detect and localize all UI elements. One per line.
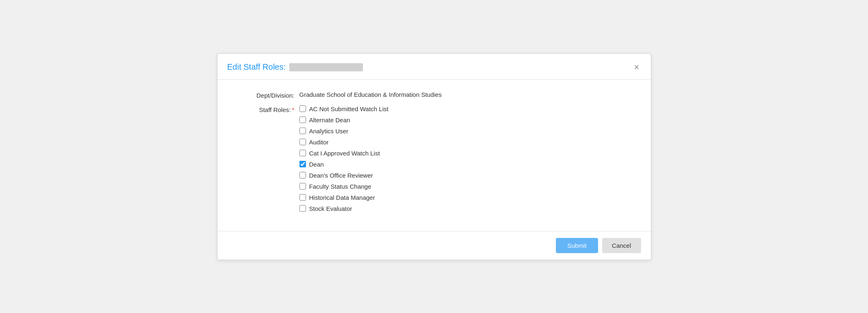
checkbox-ac_not_submitted[interactable] — [299, 105, 306, 112]
checkbox-label-analytics_user: Analytics User — [309, 128, 349, 135]
dialog-title: Edit Staff Roles: — [227, 62, 363, 72]
cancel-button[interactable]: Cancel — [602, 238, 641, 253]
checkbox-label-stock_evaluator: Stock Evaluator — [309, 205, 352, 212]
checkbox-label-alternate_dean: Alternate Dean — [309, 117, 350, 123]
roles-label: Staff Roles:* — [234, 105, 299, 113]
checkbox-label-ac_not_submitted: AC Not Submitted Watch List — [309, 105, 389, 112]
checkbox-auditor[interactable] — [299, 139, 306, 145]
dept-row: Dept/Division: Graduate School of Educat… — [234, 91, 635, 99]
checkbox-alternate_dean[interactable] — [299, 117, 306, 123]
dept-label: Dept/Division: — [234, 91, 299, 99]
close-button[interactable]: × — [632, 61, 641, 73]
checkbox-analytics_user[interactable] — [299, 128, 306, 134]
checkbox-item-historical_data_manager[interactable]: Historical Data Manager — [299, 194, 389, 201]
checkbox-item-auditor[interactable]: Auditor — [299, 139, 389, 146]
checkbox-item-analytics_user[interactable]: Analytics User — [299, 128, 389, 135]
checkbox-label-historical_data_manager: Historical Data Manager — [309, 194, 375, 201]
checkbox-stock_evaluator[interactable] — [299, 205, 306, 212]
checkbox-item-ac_not_submitted[interactable]: AC Not Submitted Watch List — [299, 105, 389, 112]
checkbox-item-dean[interactable]: Dean — [299, 161, 389, 168]
checkbox-label-dean: Dean — [309, 161, 324, 168]
checkbox-faculty_status_change[interactable] — [299, 183, 306, 190]
dialog-title-text: Edit Staff Roles: — [227, 62, 286, 72]
checkbox-label-faculty_status_change: Faculty Status Change — [309, 183, 372, 190]
checkbox-label-deans_office_reviewer: Dean's Office Reviewer — [309, 172, 373, 179]
checkbox-label-auditor: Auditor — [309, 139, 329, 146]
submit-button[interactable]: Submit — [556, 238, 598, 253]
required-star: * — [292, 106, 295, 113]
checkbox-item-stock_evaluator[interactable]: Stock Evaluator — [299, 205, 389, 212]
checkbox-label-cat_approved: Cat I Approved Watch List — [309, 150, 380, 157]
edit-staff-roles-dialog: Edit Staff Roles: × Dept/Division: Gradu… — [217, 53, 651, 260]
dialog-footer: Submit Cancel — [218, 231, 651, 260]
checkbox-dean[interactable] — [299, 161, 306, 167]
checkbox-item-cat_approved[interactable]: Cat I Approved Watch List — [299, 150, 389, 157]
dialog-header: Edit Staff Roles: × — [218, 54, 651, 80]
checkbox-item-faculty_status_change[interactable]: Faculty Status Change — [299, 183, 389, 190]
checkbox-historical_data_manager[interactable] — [299, 194, 306, 201]
checkbox-item-alternate_dean[interactable]: Alternate Dean — [299, 117, 389, 123]
dialog-title-username — [289, 63, 363, 71]
checkbox-cat_approved[interactable] — [299, 150, 306, 156]
checkboxes-group: AC Not Submitted Watch ListAlternate Dea… — [299, 105, 389, 212]
dept-value: Graduate School of Education & Informati… — [299, 91, 442, 98]
checkbox-deans_office_reviewer[interactable] — [299, 172, 306, 178]
checkbox-item-deans_office_reviewer[interactable]: Dean's Office Reviewer — [299, 172, 389, 179]
roles-row: Staff Roles:* AC Not Submitted Watch Lis… — [234, 105, 635, 212]
dialog-body: Dept/Division: Graduate School of Educat… — [218, 80, 651, 227]
